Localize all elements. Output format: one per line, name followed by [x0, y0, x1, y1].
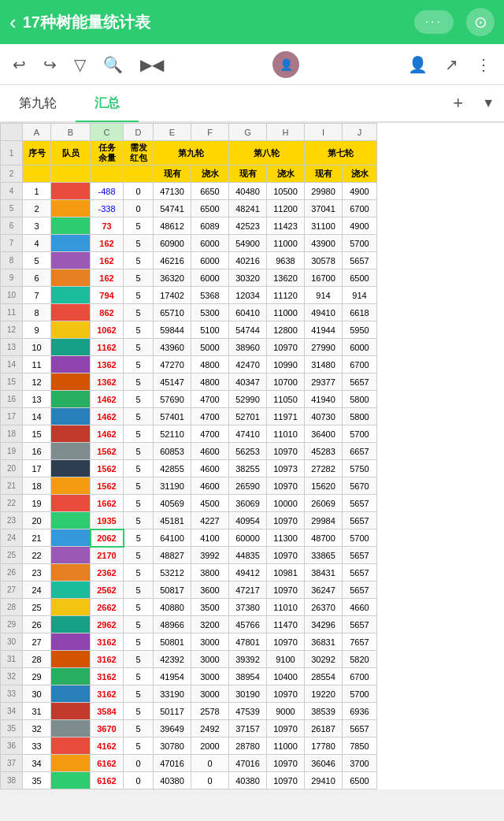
r7wat-cell[interactable]: 7850	[343, 737, 377, 755]
r8cur-cell[interactable]: 49412	[229, 564, 267, 581]
r8wat-cell[interactable]: 9000	[267, 703, 305, 720]
search-icon[interactable]: 🔍	[103, 55, 123, 74]
r7wat-cell[interactable]: 5657	[343, 581, 377, 599]
r8cur-cell[interactable]: 40216	[229, 252, 267, 269]
r8wat-cell[interactable]: 10970	[267, 339, 305, 356]
hongbao-cell[interactable]: 5	[124, 252, 154, 269]
seq-cell[interactable]: 17	[23, 460, 51, 477]
r8cur-cell[interactable]: 60000	[229, 529, 267, 547]
r8wat-cell[interactable]: 11010	[267, 425, 305, 443]
hongbao-cell[interactable]: 0	[124, 772, 154, 789]
hongbao-cell[interactable]: 5	[124, 443, 154, 460]
r8cur-cell[interactable]: 40380	[229, 772, 267, 789]
r9wat-cell[interactable]: 5000	[191, 339, 229, 356]
r8wat-cell[interactable]: 11470	[267, 616, 305, 633]
task-cell[interactable]: -338	[91, 200, 124, 217]
r8wat-cell[interactable]: 11000	[267, 304, 305, 321]
r8wat-cell[interactable]: 10970	[267, 512, 305, 529]
r9wat-cell[interactable]: 6089	[191, 217, 229, 235]
r7wat-cell[interactable]: 6618	[343, 304, 377, 321]
r7wat-cell[interactable]: 5820	[343, 651, 377, 668]
seq-cell[interactable]: 8	[23, 304, 51, 321]
col-A[interactable]: A	[23, 124, 51, 141]
task-cell[interactable]: 3584	[91, 703, 124, 720]
r7cur-cell[interactable]: 19220	[305, 685, 343, 703]
r8cur-cell[interactable]: 30320	[229, 269, 267, 287]
hongbao-cell[interactable]: 5	[124, 477, 154, 495]
seq-cell[interactable]: 16	[23, 443, 51, 460]
back-icon[interactable]: ‹	[9, 10, 17, 35]
r8wat-cell[interactable]: 11010	[267, 599, 305, 616]
r8wat-cell[interactable]: 9638	[267, 252, 305, 269]
undo-icon[interactable]: ↩	[13, 55, 26, 74]
r9cur-cell[interactable]: 50117	[154, 703, 191, 720]
hongbao-cell[interactable]: 5	[124, 391, 154, 408]
r7wat-cell[interactable]: 6500	[343, 772, 377, 789]
col-G[interactable]: G	[229, 124, 267, 141]
task-cell[interactable]: 3162	[91, 685, 124, 703]
r9wat-cell[interactable]: 2578	[191, 703, 229, 720]
r7wat-cell[interactable]: 5800	[343, 391, 377, 408]
r8wat-cell[interactable]: 10970	[267, 581, 305, 599]
r8cur-cell[interactable]: 52990	[229, 391, 267, 408]
r9cur-cell[interactable]: 33190	[154, 685, 191, 703]
sheet-dropdown-button[interactable]: ▼	[472, 96, 504, 110]
r7cur-cell[interactable]: 26187	[305, 720, 343, 737]
hongbao-cell[interactable]: 5	[124, 547, 154, 564]
r9wat-cell[interactable]: 2000	[191, 737, 229, 755]
r9cur-cell[interactable]: 57690	[154, 391, 191, 408]
r9wat-cell[interactable]: 6000	[191, 269, 229, 287]
r7cur-cell[interactable]: 30292	[305, 651, 343, 668]
r9cur-cell[interactable]: 47130	[154, 183, 191, 200]
seq-cell[interactable]: 32	[23, 720, 51, 737]
col-J[interactable]: J	[343, 124, 377, 141]
task-cell[interactable]: 1935	[91, 512, 124, 529]
r9cur-cell[interactable]: 43960	[154, 339, 191, 356]
seq-cell[interactable]: 14	[23, 408, 51, 425]
r7wat-cell[interactable]: 7657	[343, 633, 377, 651]
hongbao-cell[interactable]: 5	[124, 235, 154, 252]
r9wat-cell[interactable]: 5300	[191, 304, 229, 321]
r9cur-cell[interactable]: 60900	[154, 235, 191, 252]
seq-cell[interactable]: 29	[23, 668, 51, 685]
col-B[interactable]: B	[51, 124, 91, 141]
hongbao-cell[interactable]: 5	[124, 529, 154, 547]
r9wat-cell[interactable]: 0	[191, 772, 229, 789]
share-icon[interactable]: ↗	[445, 55, 458, 74]
r7wat-cell[interactable]: 5700	[343, 685, 377, 703]
r9wat-cell[interactable]: 6500	[191, 200, 229, 217]
r9cur-cell[interactable]: 40880	[154, 599, 191, 616]
hongbao-cell[interactable]: 5	[124, 356, 154, 373]
r7wat-cell[interactable]: 914	[343, 287, 377, 304]
seq-cell[interactable]: 28	[23, 651, 51, 668]
r7cur-cell[interactable]: 26370	[305, 599, 343, 616]
r9wat-cell[interactable]: 4500	[191, 495, 229, 512]
more-options-icon[interactable]: ⋮	[476, 55, 491, 74]
seq-cell[interactable]: 27	[23, 633, 51, 651]
hongbao-cell[interactable]: 5	[124, 512, 154, 529]
r7cur-cell[interactable]: 914	[305, 287, 343, 304]
seq-cell[interactable]: 19	[23, 495, 51, 512]
hongbao-cell[interactable]: 5	[124, 581, 154, 599]
hongbao-cell[interactable]: 5	[124, 287, 154, 304]
task-cell[interactable]: 1662	[91, 495, 124, 512]
r7cur-cell[interactable]: 38539	[305, 703, 343, 720]
r9wat-cell[interactable]: 3200	[191, 616, 229, 633]
avatar[interactable]: 👤	[272, 51, 299, 78]
task-cell[interactable]: 1462	[91, 408, 124, 425]
r8wat-cell[interactable]: 11000	[267, 235, 305, 252]
r9cur-cell[interactable]: 64100	[154, 529, 191, 547]
seq-cell[interactable]: 9	[23, 321, 51, 339]
r9wat-cell[interactable]: 4600	[191, 460, 229, 477]
r7cur-cell[interactable]: 15620	[305, 477, 343, 495]
r8cur-cell[interactable]: 52701	[229, 408, 267, 425]
r9wat-cell[interactable]: 4800	[191, 373, 229, 391]
r7cur-cell[interactable]: 16700	[305, 269, 343, 287]
r8cur-cell[interactable]: 60410	[229, 304, 267, 321]
r7wat-cell[interactable]: 4660	[343, 599, 377, 616]
r7cur-cell[interactable]: 29410	[305, 772, 343, 789]
task-cell[interactable]: 4162	[91, 737, 124, 755]
r9cur-cell[interactable]: 59844	[154, 321, 191, 339]
r8cur-cell[interactable]: 12034	[229, 287, 267, 304]
r8cur-cell[interactable]: 26590	[229, 477, 267, 495]
